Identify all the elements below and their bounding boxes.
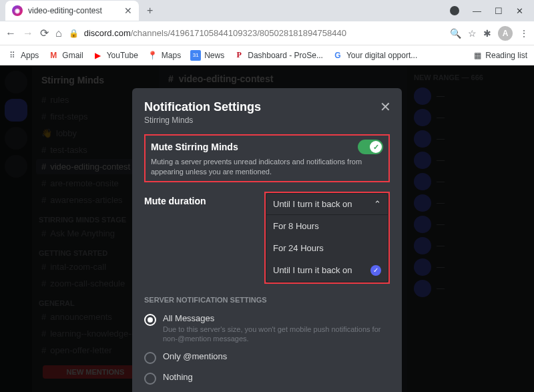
modal-subtitle: Stirring Minds (144, 116, 390, 125)
notification-settings-modal: ✕ Notification Settings Stirring Minds M… (132, 88, 402, 392)
radio-all-messages[interactable]: All Messages Due to this server's size, … (144, 309, 390, 348)
duration-option-until[interactable]: Until I turn it back on✓ (266, 259, 388, 282)
radio-nothing[interactable]: Nothing (144, 368, 390, 389)
bookmark-news[interactable]: 31News (190, 50, 224, 61)
bookmark-maps[interactable]: 📍Maps (148, 50, 181, 61)
url-host: discord.com (84, 28, 131, 38)
duration-options-list: For 8 Hours For 24 Hours Until I turn it… (266, 215, 388, 282)
new-tab-button[interactable]: + (147, 5, 153, 17)
modal-overlay[interactable]: ✕ Notification Settings Stirring Minds M… (0, 65, 534, 392)
discord-favicon: ◉ (12, 5, 23, 16)
browser-toolbar: ← → ⟳ ⌂ 🔒 discord.com/channels/419617105… (0, 21, 534, 45)
duration-option-8h[interactable]: For 8 Hours (266, 215, 388, 237)
bookmarks-bar: ⠿Apps MGmail ▶YouTube 📍Maps 31News PDash… (0, 45, 534, 65)
bookmark-youtube[interactable]: ▶YouTube (93, 50, 138, 61)
bookmark-prose[interactable]: PDashboard - ProSe... (234, 50, 323, 61)
mute-duration-select[interactable]: Until I turn it back on ⌃ (266, 193, 388, 215)
radio-only-mentions[interactable]: Only @mentions (144, 347, 390, 368)
radio-description: Due to this server's size, you won't get… (163, 325, 390, 344)
reading-list-button[interactable]: ▦Reading list (474, 51, 527, 60)
radio-icon (144, 314, 156, 326)
radio-label: Nothing (163, 372, 193, 382)
reload-button[interactable]: ⟳ (40, 27, 49, 39)
server-notif-header: SERVER NOTIFICATION SETTINGS (144, 296, 390, 304)
mute-duration-label: Mute duration (144, 192, 264, 206)
chevron-up-icon: ⌃ (374, 199, 381, 209)
mute-server-label: Mute Stirring Minds (151, 142, 238, 152)
bookmark-google[interactable]: GYour digital opport... (332, 50, 417, 61)
browser-tab[interactable]: ◉ video-editing-contest ✕ (5, 1, 139, 21)
radio-icon (144, 352, 156, 364)
bookmark-gmail[interactable]: MGmail (48, 50, 83, 61)
radio-label: Only @mentions (163, 351, 227, 361)
window-controls: ― ☐ ✕ (450, 6, 534, 16)
browser-titlebar: ◉ video-editing-contest ✕ + ― ☐ ✕ (0, 0, 534, 21)
extensions-icon[interactable]: ✱ (483, 28, 491, 39)
menu-icon[interactable]: ⋮ (519, 28, 529, 39)
radio-icon (144, 373, 156, 385)
mute-server-description: Muting a server prevents unread indicato… (151, 157, 383, 177)
minimize-button[interactable]: ― (473, 6, 481, 16)
mute-server-toggle[interactable]: ✓ (358, 140, 383, 154)
lock-icon: 🔒 (69, 29, 79, 38)
tab-close-icon[interactable]: ✕ (124, 5, 132, 16)
close-modal-button[interactable]: ✕ (380, 99, 391, 115)
mute-server-section: Mute Stirring Minds ✓ Muting a server pr… (144, 134, 390, 182)
check-icon: ✓ (370, 141, 382, 153)
maximize-button[interactable]: ☐ (495, 6, 503, 16)
bookmark-star-icon[interactable]: ☆ (468, 28, 477, 39)
mute-duration-row: Mute duration Until I turn it back on ⌃ … (144, 192, 390, 284)
incognito-indicator-icon (450, 6, 459, 15)
url-path: /channels/419617105844109323/80502818189… (131, 28, 346, 38)
selected-check-icon: ✓ (370, 265, 381, 276)
profile-avatar[interactable]: A (498, 26, 513, 41)
home-button[interactable]: ⌂ (55, 27, 62, 39)
mute-duration-dropdown-highlight: Until I turn it back on ⌃ For 8 Hours Fo… (264, 192, 390, 284)
tab-title: video-editing-contest (28, 6, 102, 15)
duration-selected-value: Until I turn it back on (273, 199, 352, 209)
address-bar[interactable]: 🔒 discord.com/channels/41961710584410932… (69, 28, 443, 38)
duration-option-24h[interactable]: For 24 Hours (266, 237, 388, 259)
modal-title: Notification Settings (144, 100, 390, 114)
close-window-button[interactable]: ✕ (516, 6, 523, 16)
radio-label: All Messages (163, 313, 390, 323)
zoom-icon[interactable]: 🔍 (450, 28, 461, 39)
forward-button: → (23, 27, 33, 39)
back-button[interactable]: ← (5, 27, 16, 39)
apps-shortcut[interactable]: ⠿Apps (7, 50, 39, 61)
